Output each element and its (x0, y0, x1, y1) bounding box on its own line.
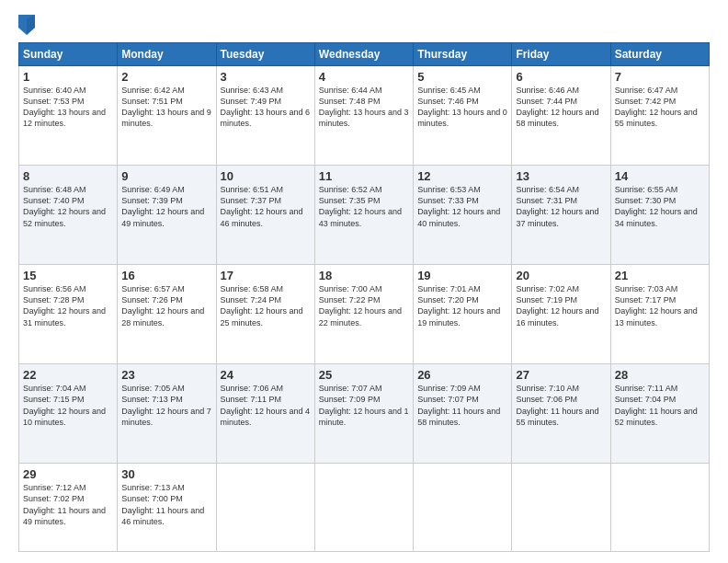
cell-info: Sunrise: 7:10 AMSunset: 7:06 PMDaylight:… (516, 384, 598, 426)
calendar-cell: 15 Sunrise: 6:56 AMSunset: 7:28 PMDaylig… (19, 265, 118, 364)
calendar-cell (512, 464, 610, 552)
day-number: 21 (615, 269, 705, 282)
day-number: 8 (23, 169, 113, 183)
header-wednesday: Wednesday (314, 43, 413, 66)
calendar-cell: 23 Sunrise: 7:05 AMSunset: 7:13 PMDaylig… (118, 364, 216, 464)
cell-info: Sunrise: 6:48 AMSunset: 7:40 PMDaylight:… (23, 185, 106, 227)
cell-info: Sunrise: 6:42 AMSunset: 7:51 PMDaylight:… (121, 86, 211, 128)
cell-info: Sunrise: 6:51 AMSunset: 7:37 PMDaylight:… (221, 185, 303, 227)
day-number: 19 (417, 269, 507, 282)
cell-info: Sunrise: 7:05 AMSunset: 7:13 PMDaylight:… (121, 384, 211, 426)
header-friday: Friday (512, 43, 610, 66)
cell-info: Sunrise: 6:56 AMSunset: 7:28 PMDaylight:… (23, 284, 106, 327)
cell-info: Sunrise: 6:43 AMSunset: 7:49 PMDaylight:… (221, 86, 311, 128)
calendar-week-row: 8 Sunrise: 6:48 AMSunset: 7:40 PMDayligh… (19, 166, 710, 265)
cell-info: Sunrise: 6:46 AMSunset: 7:44 PMDaylight:… (516, 86, 598, 128)
calendar-cell: 29 Sunrise: 7:12 AMSunset: 7:02 PMDaylig… (19, 464, 118, 552)
calendar-cell: 30 Sunrise: 7:13 AMSunset: 7:00 PMDaylig… (118, 464, 216, 552)
calendar-cell: 17 Sunrise: 6:58 AMSunset: 7:24 PMDaylig… (216, 265, 314, 364)
calendar-cell: 28 Sunrise: 7:11 AMSunset: 7:04 PMDaylig… (610, 364, 709, 464)
calendar-cell: 14 Sunrise: 6:55 AMSunset: 7:30 PMDaylig… (610, 166, 709, 265)
cell-info: Sunrise: 7:06 AMSunset: 7:11 PMDaylight:… (221, 384, 311, 426)
day-number: 16 (121, 269, 211, 282)
calendar-cell: 18 Sunrise: 7:00 AMSunset: 7:22 PMDaylig… (314, 265, 413, 364)
calendar-cell: 3 Sunrise: 6:43 AMSunset: 7:49 PMDayligh… (216, 66, 314, 166)
calendar-cell: 16 Sunrise: 6:57 AMSunset: 7:26 PMDaylig… (118, 265, 216, 364)
cell-info: Sunrise: 6:44 AMSunset: 7:48 PMDaylight:… (319, 86, 409, 128)
day-number: 4 (319, 70, 409, 84)
calendar-header-row: SundayMondayTuesdayWednesdayThursdayFrid… (19, 43, 710, 66)
cell-info: Sunrise: 6:40 AMSunset: 7:53 PMDaylight:… (23, 86, 106, 128)
header (18, 15, 710, 35)
calendar-cell: 21 Sunrise: 7:03 AMSunset: 7:17 PMDaylig… (610, 265, 709, 364)
calendar-cell (414, 464, 512, 552)
day-number: 1 (23, 70, 113, 84)
day-number: 22 (23, 368, 113, 382)
day-number: 20 (516, 269, 606, 282)
calendar-cell: 4 Sunrise: 6:44 AMSunset: 7:48 PMDayligh… (314, 66, 413, 166)
day-number: 11 (319, 169, 409, 183)
calendar-cell: 5 Sunrise: 6:45 AMSunset: 7:46 PMDayligh… (414, 66, 512, 166)
calendar-cell: 27 Sunrise: 7:10 AMSunset: 7:06 PMDaylig… (512, 364, 610, 464)
day-number: 6 (516, 70, 606, 84)
cell-info: Sunrise: 7:11 AMSunset: 7:04 PMDaylight:… (615, 384, 698, 426)
day-number: 12 (417, 169, 507, 183)
header-monday: Monday (118, 43, 216, 66)
calendar-cell: 11 Sunrise: 6:52 AMSunset: 7:35 PMDaylig… (314, 166, 413, 265)
day-number: 29 (23, 467, 113, 481)
calendar-cell: 8 Sunrise: 6:48 AMSunset: 7:40 PMDayligh… (19, 166, 118, 265)
calendar-cell: 7 Sunrise: 6:47 AMSunset: 7:42 PMDayligh… (610, 66, 709, 166)
calendar-week-row: 22 Sunrise: 7:04 AMSunset: 7:15 PMDaylig… (19, 364, 710, 464)
day-number: 23 (121, 368, 211, 382)
calendar-cell (610, 464, 709, 552)
cell-info: Sunrise: 6:45 AMSunset: 7:46 PMDaylight:… (417, 86, 507, 128)
day-number: 25 (319, 368, 409, 382)
cell-info: Sunrise: 6:53 AMSunset: 7:33 PMDaylight:… (417, 185, 500, 227)
cell-info: Sunrise: 6:47 AMSunset: 7:42 PMDaylight:… (615, 86, 698, 128)
cell-info: Sunrise: 7:04 AMSunset: 7:15 PMDaylight:… (23, 384, 106, 426)
day-number: 17 (221, 269, 311, 282)
cell-info: Sunrise: 6:52 AMSunset: 7:35 PMDaylight:… (319, 185, 402, 227)
header-saturday: Saturday (610, 43, 709, 66)
header-sunday: Sunday (19, 43, 118, 66)
calendar-cell: 1 Sunrise: 6:40 AMSunset: 7:53 PMDayligh… (19, 66, 118, 166)
calendar-cell: 26 Sunrise: 7:09 AMSunset: 7:07 PMDaylig… (414, 364, 512, 464)
day-number: 3 (221, 70, 311, 84)
calendar-cell (216, 464, 314, 552)
day-number: 26 (417, 368, 507, 382)
day-number: 14 (615, 169, 705, 183)
cell-info: Sunrise: 7:09 AMSunset: 7:07 PMDaylight:… (417, 384, 500, 426)
header-tuesday: Tuesday (216, 43, 314, 66)
calendar-week-row: 29 Sunrise: 7:12 AMSunset: 7:02 PMDaylig… (19, 464, 710, 552)
day-number: 13 (516, 169, 606, 183)
calendar-cell: 2 Sunrise: 6:42 AMSunset: 7:51 PMDayligh… (118, 66, 216, 166)
calendar-week-row: 15 Sunrise: 6:56 AMSunset: 7:28 PMDaylig… (19, 265, 710, 364)
cell-info: Sunrise: 7:13 AMSunset: 7:00 PMDaylight:… (121, 483, 204, 525)
calendar-cell: 19 Sunrise: 7:01 AMSunset: 7:20 PMDaylig… (414, 265, 512, 364)
cell-info: Sunrise: 7:01 AMSunset: 7:20 PMDaylight:… (417, 284, 500, 327)
day-number: 7 (615, 70, 705, 84)
calendar-cell: 6 Sunrise: 6:46 AMSunset: 7:44 PMDayligh… (512, 66, 610, 166)
calendar-cell: 24 Sunrise: 7:06 AMSunset: 7:11 PMDaylig… (216, 364, 314, 464)
cell-info: Sunrise: 6:58 AMSunset: 7:24 PMDaylight:… (221, 284, 303, 327)
cell-info: Sunrise: 7:00 AMSunset: 7:22 PMDaylight:… (319, 284, 402, 327)
day-number: 18 (319, 269, 409, 282)
logo-icon (18, 15, 35, 35)
day-number: 9 (121, 169, 211, 183)
calendar-cell: 25 Sunrise: 7:07 AMSunset: 7:09 PMDaylig… (314, 364, 413, 464)
cell-info: Sunrise: 6:54 AMSunset: 7:31 PMDaylight:… (516, 185, 598, 227)
day-number: 27 (516, 368, 606, 382)
calendar-cell: 22 Sunrise: 7:04 AMSunset: 7:15 PMDaylig… (19, 364, 118, 464)
day-number: 15 (23, 269, 113, 282)
logo (18, 15, 39, 35)
cell-info: Sunrise: 7:12 AMSunset: 7:02 PMDaylight:… (23, 483, 106, 525)
cell-info: Sunrise: 7:02 AMSunset: 7:19 PMDaylight:… (516, 284, 598, 327)
calendar-cell: 20 Sunrise: 7:02 AMSunset: 7:19 PMDaylig… (512, 265, 610, 364)
calendar-cell: 13 Sunrise: 6:54 AMSunset: 7:31 PMDaylig… (512, 166, 610, 265)
day-number: 2 (121, 70, 211, 84)
day-number: 24 (221, 368, 311, 382)
day-number: 30 (121, 467, 211, 481)
cell-info: Sunrise: 7:07 AMSunset: 7:09 PMDaylight:… (319, 384, 409, 426)
calendar-cell: 12 Sunrise: 6:53 AMSunset: 7:33 PMDaylig… (414, 166, 512, 265)
cell-info: Sunrise: 7:03 AMSunset: 7:17 PMDaylight:… (615, 284, 698, 327)
